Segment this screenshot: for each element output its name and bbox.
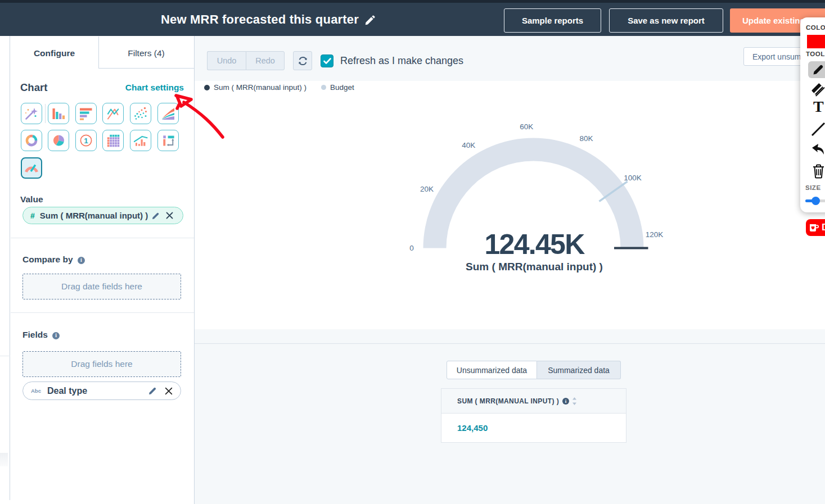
svg-text:1: 1	[84, 137, 88, 145]
svg-text:60K: 60K	[520, 122, 533, 131]
svg-text:100K: 100K	[624, 174, 642, 182]
svg-text:80K: 80K	[579, 134, 593, 143]
svg-text:40K: 40K	[462, 141, 475, 149]
svg-text:20K: 20K	[420, 185, 434, 193]
